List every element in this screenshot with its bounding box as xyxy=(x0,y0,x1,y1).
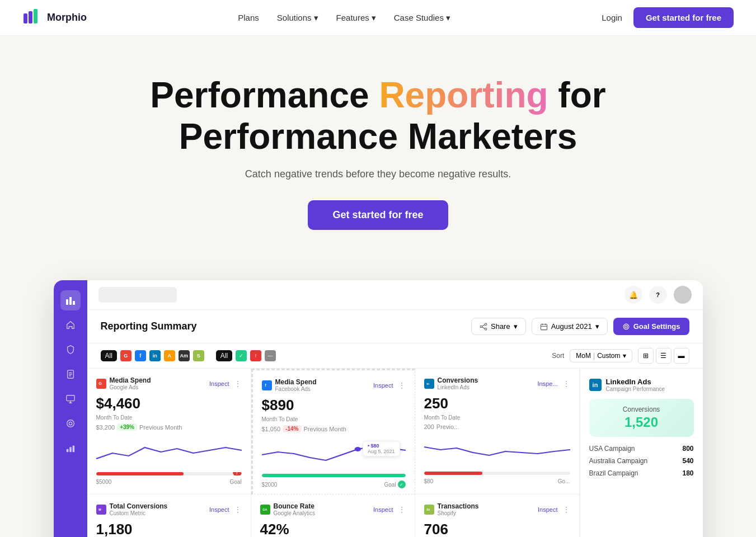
card-header-2: in Conversions LinkedIn Ads Inspe... ⋮ xyxy=(424,376,570,390)
svg-text:in: in xyxy=(426,381,429,385)
hero-cta-button[interactable]: Get started for free xyxy=(308,200,448,230)
sidebar-icon-home[interactable] xyxy=(60,315,81,335)
mini-chart-1: • $80 Aug 5, 2021 xyxy=(262,438,406,466)
svg-point-14 xyxy=(69,422,72,425)
facebook-icon: f xyxy=(262,380,272,390)
card-value-4: 42% xyxy=(260,521,406,537)
svg-point-20 xyxy=(485,328,487,330)
goal-settings-button[interactable]: Goal Settings xyxy=(613,318,689,335)
sidebar-icon-report[interactable] xyxy=(60,364,81,384)
panel-subtitle: Campaign Performance xyxy=(606,386,665,392)
goal-bar-0: ! xyxy=(96,472,242,475)
card-period-2: Month To Date xyxy=(424,414,570,421)
platform-alert[interactable]: ! xyxy=(250,350,261,361)
inspect-link-3[interactable]: Inspect xyxy=(209,506,229,513)
svg-text:G: G xyxy=(98,381,102,386)
help-button[interactable]: ? xyxy=(649,286,667,304)
nav-link-plans[interactable]: Plans xyxy=(238,13,259,22)
platform-shopify[interactable]: S xyxy=(193,350,204,361)
filter-all-tag2[interactable]: All xyxy=(216,350,232,361)
card-header-5: Sh Transactions Shopify Inspect ⋮ xyxy=(424,502,570,516)
campaign-list: USA Campaign 800 Australia Campaign 540 … xyxy=(589,445,694,477)
sidebar-icon-monitor[interactable] xyxy=(60,389,81,409)
svg-rect-5 xyxy=(73,301,75,305)
svg-text:GA: GA xyxy=(262,507,267,511)
card-platform-2: in Conversions LinkedIn Ads xyxy=(424,376,478,390)
card-platform-5: Sh Transactions Shopify xyxy=(424,502,479,516)
nav-cta-button[interactable]: Get started for free xyxy=(633,7,734,28)
sort-button[interactable]: Sort xyxy=(552,352,564,360)
svg-rect-23 xyxy=(541,324,547,329)
svg-point-32 xyxy=(354,447,360,451)
card-value-3: 1,180 xyxy=(96,521,242,537)
filter-all-tag[interactable]: All xyxy=(101,350,117,361)
card-prev-1: $1,050 -14% Previous Month xyxy=(262,425,406,432)
svg-text:M: M xyxy=(98,507,101,511)
card-more-5[interactable]: ⋮ xyxy=(562,505,570,514)
campaign-row-brazil: Brazil Campaign 180 xyxy=(589,469,694,477)
svg-rect-17 xyxy=(72,446,74,453)
card-platform-4: GA Bounce Rate Google Analytics xyxy=(260,502,316,516)
view-list-button[interactable]: ☰ xyxy=(656,348,672,364)
nav-link-solutions[interactable]: Solutions ▾ xyxy=(277,13,318,23)
view-grid-button[interactable]: ⊞ xyxy=(638,348,654,364)
goal-icon xyxy=(622,323,630,331)
card-value-2: 250 xyxy=(424,395,570,412)
panel-title: LinkedIn Ads xyxy=(606,378,665,386)
svg-rect-1 xyxy=(29,11,32,23)
platform-other1[interactable]: Am xyxy=(179,350,190,361)
card-period-1: Month To Date xyxy=(262,416,406,422)
campaign-row-usa: USA Campaign 800 xyxy=(589,445,694,453)
goal-bar-2 xyxy=(424,472,570,475)
card-more-0[interactable]: ⋮ xyxy=(234,379,242,388)
platform-pause[interactable]: — xyxy=(265,350,276,361)
sidebar-icon-fingerprint[interactable] xyxy=(60,413,81,434)
inspect-link-2[interactable]: Inspe... xyxy=(537,380,557,387)
logo[interactable]: Morphio xyxy=(22,8,87,28)
view-toggle: ⊞ ☰ ▬ xyxy=(638,348,689,364)
platform-linkedin[interactable]: in xyxy=(149,350,161,361)
inspect-link-1[interactable]: Inspect xyxy=(373,382,393,389)
hero-highlight: Reporting xyxy=(379,75,548,115)
card-period-0: Month To Date xyxy=(96,414,242,421)
login-button[interactable]: Login xyxy=(602,13,622,22)
svg-point-29 xyxy=(626,326,626,327)
mini-chart-2 xyxy=(424,436,570,464)
navbar: Morphio Plans Solutions ▾ Features ▾ Cas… xyxy=(0,0,756,36)
card-more-4[interactable]: ⋮ xyxy=(398,505,406,514)
card-more-3[interactable]: ⋮ xyxy=(234,505,242,514)
platform-google[interactable]: G xyxy=(120,350,132,361)
linkedin-icon: in xyxy=(424,379,434,389)
goal-fill-1 xyxy=(262,474,406,477)
report-actions: Share ▾ August 2021 ▾ Goal Settings xyxy=(471,318,689,335)
user-avatar[interactable] xyxy=(674,286,692,304)
sidebar-icon-bar[interactable] xyxy=(60,438,81,458)
svg-line-21 xyxy=(482,324,485,326)
period-selector[interactable]: MoM | Custom ▾ xyxy=(570,349,632,362)
inspect-link-4[interactable]: Inspect xyxy=(373,506,393,513)
nav-link-features[interactable]: Features ▾ xyxy=(336,13,376,23)
nav-link-case-studies[interactable]: Case Studies ▾ xyxy=(394,13,450,23)
view-compact-button[interactable]: ▬ xyxy=(674,348,689,364)
svg-rect-16 xyxy=(69,447,72,452)
inspect-link-5[interactable]: Inspect xyxy=(538,506,557,513)
linkedin-panel-icon: in xyxy=(589,379,602,391)
svg-rect-3 xyxy=(66,299,68,305)
sidebar-icon-shield[interactable] xyxy=(60,340,81,360)
card-more-2[interactable]: ⋮ xyxy=(562,379,570,388)
platform-amazon[interactable]: A xyxy=(164,350,175,361)
sidebar-icon-chart[interactable] xyxy=(60,290,81,310)
notification-button[interactable]: 🔔 xyxy=(624,286,642,304)
date-range-button[interactable]: August 2021 ▾ xyxy=(532,318,608,335)
campaign-row-australia: Australia Campaign 540 xyxy=(589,457,694,465)
svg-rect-4 xyxy=(69,297,72,305)
inspect-link-0[interactable]: Inspect xyxy=(209,380,229,387)
platform-active[interactable]: ✓ xyxy=(236,350,247,361)
platform-facebook[interactable]: f xyxy=(135,350,146,361)
share-button[interactable]: Share ▾ xyxy=(471,318,526,335)
card-bounce-rate: GA Bounce Rate Google Analytics Inspect … xyxy=(251,494,415,537)
card-more-1[interactable]: ⋮ xyxy=(398,381,406,390)
card-header-4: GA Bounce Rate Google Analytics Inspect … xyxy=(260,502,406,516)
topbar-right: 🔔 ? xyxy=(624,286,692,304)
card-prev-0: $3,200 +39% Previous Month xyxy=(96,423,242,431)
